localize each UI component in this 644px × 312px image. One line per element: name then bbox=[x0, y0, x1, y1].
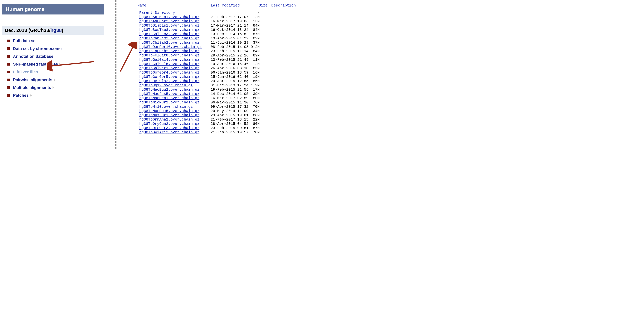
bullet-icon bbox=[7, 55, 10, 58]
file-link[interactable]: hg38ToDanRer10.over.chain.gz bbox=[139, 45, 202, 49]
file-row: hg38ToOtoGar3.over.chain.gz 23-Feb-2015 … bbox=[128, 126, 301, 130]
file-link[interactable]: hg38ToOryCun2.over.chain.gz bbox=[139, 122, 200, 126]
file-row: hg38ToBosTau8.over.chain.gz 16-Oct-2014 … bbox=[128, 28, 301, 32]
parent-directory-link[interactable]: Parent Directory bbox=[139, 10, 175, 15]
file-link[interactable]: hg38ToMicMur2.over.chain.gz bbox=[139, 100, 200, 104]
col-description[interactable]: Description bbox=[271, 3, 296, 8]
file-link[interactable]: hg38ToHg19.over.chain.gz bbox=[139, 83, 193, 88]
assembly-subheader: Dec. 2013 (GRCh38/hg38) bbox=[2, 26, 104, 35]
file-link[interactable]: hg38ToChlSab2.over.chain.gz bbox=[139, 40, 200, 45]
file-row: hg38ToDanRer10.over.chain.gz 08-Feb-2015… bbox=[128, 45, 301, 49]
file-link[interactable]: hg38ToCanFam3.over.chain.gz bbox=[139, 36, 200, 40]
file-link[interactable]: hg38ToGorGor5.over.chain.gz bbox=[139, 75, 200, 79]
file-link[interactable]: hg38ToEquCab2.over.chain.gz bbox=[139, 49, 200, 53]
file-row: hg38ToMacFas5.over.chain.gz 14-Dec-2014 … bbox=[128, 92, 301, 96]
bullet-icon bbox=[7, 86, 10, 89]
col-name[interactable]: Name bbox=[138, 3, 146, 8]
file-row: hg38ToMusFur1.over.chain.gz 29-Apr-2015 … bbox=[128, 113, 301, 117]
bullet-icon bbox=[7, 63, 10, 66]
bullet-icon bbox=[7, 71, 10, 73]
file-row: hg38ToHetGla2.over.chain.gz 29-Apr-2015 … bbox=[128, 79, 301, 83]
caret-right-icon bbox=[54, 78, 56, 81]
file-row: hg38ToHg19.over.chain.gz 31-Dec-2013 17:… bbox=[128, 83, 301, 88]
file-row: hg38ToManPen1.over.chain.gz 16-Mar-2017 … bbox=[128, 96, 301, 100]
header-rule bbox=[128, 9, 290, 9]
file-link[interactable]: hg38ToOtoGar3.over.chain.gz bbox=[139, 126, 200, 130]
file-link[interactable]: hg38ToManPen1.over.chain.gz bbox=[139, 96, 200, 100]
file-row: hg38ToGalGal5.over.chain.gz 19-Apr-2016 … bbox=[128, 62, 301, 66]
bullet-icon bbox=[7, 94, 10, 97]
nav-item-label: Patches bbox=[13, 93, 28, 98]
nav-item-label: Multiple alignments bbox=[13, 85, 51, 90]
vertical-divider bbox=[116, 0, 116, 148]
file-link[interactable]: hg38ToAptMan1.over.chain.gz bbox=[139, 15, 200, 19]
file-row: hg38ToGalGal4.over.chain.gz 13-Feb-2015 … bbox=[128, 58, 301, 62]
file-link[interactable]: hg38ToFelCat8.over.chain.gz bbox=[139, 53, 200, 58]
file-row: hg38ToGorGor5.over.chain.gz 25-Jun-2016 … bbox=[128, 75, 301, 79]
file-link[interactable]: hg38ToHetGla2.over.chain.gz bbox=[139, 79, 200, 83]
file-link[interactable]: hg38ToMacFas5.over.chain.gz bbox=[139, 92, 200, 96]
nav-item-full-data-set[interactable]: Full data set bbox=[7, 38, 104, 43]
nav-item-annotation-database[interactable]: Annotation database bbox=[7, 54, 104, 59]
nav-item-label: Annotation database bbox=[13, 54, 54, 59]
nav-item-data-set-by-chromosome[interactable]: Data set by chromosome bbox=[7, 46, 104, 51]
file-link[interactable]: hg38ToAquChr2.over.chain.gz bbox=[139, 19, 200, 24]
bullet-icon bbox=[7, 47, 10, 50]
file-link[interactable]: hg38ToBisBis1.over.chain.gz bbox=[139, 24, 200, 28]
nav-item-snp-masked-fasta-files[interactable]: SNP-masked fasta files bbox=[7, 62, 104, 67]
file-row: hg38ToAquChr2.over.chain.gz 16-Mar-2017 … bbox=[128, 19, 301, 24]
nav-item-pairwise-alignments[interactable]: Pairwise alignments bbox=[7, 78, 104, 82]
file-link[interactable]: hg38ToBosTau8.over.chain.gz bbox=[139, 28, 200, 32]
subheader-prefix: Dec. 2013 (GRCh38/ bbox=[5, 28, 50, 33]
subheader-assembly: hg38 bbox=[50, 28, 62, 33]
subheader-suffix: ) bbox=[62, 28, 63, 33]
file-row: hg38ToBisBis1.over.chain.gz 17-Mar-2017 … bbox=[128, 24, 301, 28]
section-header: Human genome bbox=[2, 4, 104, 14]
listing-header: Name Last modified Size Description bbox=[128, 3, 301, 8]
parent-directory-row: Parent Directory - bbox=[128, 10, 301, 15]
caret-right-icon bbox=[52, 86, 54, 89]
file-row: hg38ToCanFam3.over.chain.gz 10-Apr-2015 … bbox=[128, 36, 301, 40]
file-row: hg38ToOviAri3.over.chain.gz 21-Jan-2015 … bbox=[128, 130, 301, 134]
file-row: hg38ToEquCab2.over.chain.gz 23-Feb-2015 … bbox=[128, 49, 301, 53]
nav-item-label: Pairwise alignments bbox=[13, 78, 52, 82]
file-row: hg38ToCalJac3.over.chain.gz 13-Dec-2014 … bbox=[128, 32, 301, 36]
nav-list: Full data setData set by chromosomeAnnot… bbox=[7, 38, 104, 98]
directory-listing: Name Last modified Size Description Pare… bbox=[128, 3, 301, 134]
nav-item-multiple-alignments[interactable]: Multiple alignments bbox=[7, 85, 104, 90]
file-link[interactable]: hg38ToMonDom5.over.chain.gz bbox=[139, 109, 200, 113]
file-link[interactable]: hg38ToMm10.over.chain.gz bbox=[139, 104, 193, 109]
col-modified[interactable]: Last modified bbox=[211, 3, 240, 8]
file-link[interactable]: hg38ToGalGal5.over.chain.gz bbox=[139, 62, 200, 66]
file-row: hg38ToGorGor4.over.chain.gz 06-Jan-2016 … bbox=[128, 70, 301, 75]
file-row: hg38ToFelCat8.over.chain.gz 29-Apr-2015 … bbox=[128, 53, 301, 58]
col-size[interactable]: Size bbox=[259, 3, 268, 8]
file-row: hg38ToOryCun2.over.chain.gz 28-Apr-2015 … bbox=[128, 122, 301, 126]
file-row: hg38ToMonDom5.over.chain.gz 29-May-2014 … bbox=[128, 109, 301, 113]
file-link[interactable]: hg38ToMusFur1.over.chain.gz bbox=[139, 113, 200, 117]
nav-item-patches[interactable]: Patches bbox=[7, 93, 104, 98]
file-link[interactable]: hg38ToGalGal4.over.chain.gz bbox=[139, 58, 200, 62]
file-row: hg38ToOrnAna2.over.chain.gz 21-Feb-2017 … bbox=[128, 117, 301, 122]
nav-item-liftover-files[interactable]: LiftOver files bbox=[7, 70, 104, 74]
file-row: hg38ToGalVar1.over.chain.gz 26-Apr-2016 … bbox=[128, 66, 301, 70]
file-row: hg38ToMm10.over.chain.gz 09-Apr-2015 17:… bbox=[128, 104, 301, 109]
file-link[interactable]: hg38ToMacEug2.over.chain.gz bbox=[139, 88, 200, 92]
left-panel: Human genome Dec. 2013 (GRCh38/hg38) Ful… bbox=[2, 4, 104, 101]
listing-rows: Parent Directory - hg38ToAptMan1.over.ch… bbox=[128, 10, 301, 134]
bullet-icon bbox=[7, 40, 10, 42]
file-link[interactable]: hg38ToOviAri3.over.chain.gz bbox=[139, 130, 200, 134]
nav-item-label: Data set by chromosome bbox=[13, 46, 62, 51]
file-link[interactable]: hg38ToOrnAna2.over.chain.gz bbox=[139, 117, 200, 122]
file-link[interactable]: hg38ToGalVar1.over.chain.gz bbox=[139, 66, 200, 70]
caret-right-icon bbox=[60, 63, 61, 66]
file-row: hg38ToChlSab2.over.chain.gz 11-Jul-2014 … bbox=[128, 40, 301, 45]
nav-item-label: LiftOver files bbox=[13, 70, 38, 74]
file-row: hg38ToAptMan1.over.chain.gz 21-Feb-2017 … bbox=[128, 15, 301, 19]
file-link[interactable]: hg38ToCalJac3.over.chain.gz bbox=[139, 32, 200, 36]
file-row: hg38ToMicMur2.over.chain.gz 06-May-2015 … bbox=[128, 100, 301, 104]
file-link[interactable]: hg38ToGorGor4.over.chain.gz bbox=[139, 70, 200, 75]
caret-right-icon bbox=[30, 94, 32, 97]
nav-item-label: Full data set bbox=[13, 38, 37, 43]
file-row: hg38ToMacEug2.over.chain.gz 19-Feb-2015 … bbox=[128, 88, 301, 92]
